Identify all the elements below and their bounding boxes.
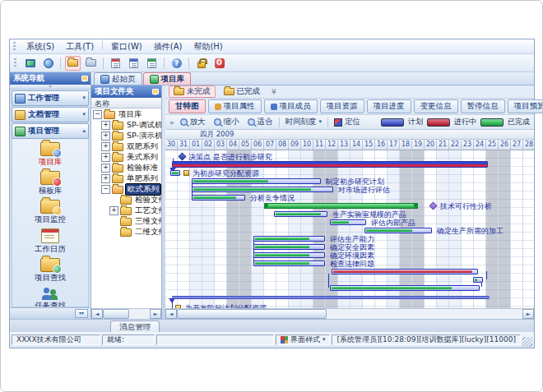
task-bar[interactable] (330, 219, 366, 225)
gantt-tab-甘特图[interactable]: 甘特图 (169, 99, 206, 113)
tree-expander-icon[interactable]: + (109, 206, 118, 215)
task-bar[interactable] (330, 285, 480, 291)
stop-icon-button[interactable]: O (211, 56, 227, 71)
gantt-tab-暂停信息[interactable]: 暂停信息 (461, 99, 505, 113)
task-bar[interactable] (473, 277, 483, 283)
tree-item-label: SP-调试机系 (125, 120, 161, 131)
filter-未完成[interactable]: 未完成 (169, 85, 216, 98)
tree-column-header[interactable]: 名称 (91, 98, 161, 108)
zoom-out-button[interactable]: 缩小 (211, 116, 242, 128)
pin-icon[interactable] (81, 76, 87, 82)
tree-item-检验标准[interactable]: +检验标准 (91, 163, 161, 173)
pin-icon[interactable] (151, 89, 158, 95)
locate-button[interactable]: 定位 (332, 116, 363, 128)
nav-overflow-button[interactable]: ▾▾ (75, 309, 88, 318)
gantt-chart-area[interactable]: 决策点 是否进行初步研究为初步研究分配资源制定初步研究计划对市场进行评估分析竞争… (165, 150, 534, 308)
tree-expander-icon[interactable]: + (101, 142, 110, 151)
tree-item-三维文件[interactable]: 三维文件 (91, 216, 161, 227)
nav-item-项目监控[interactable]: 项目监控 (35, 200, 66, 225)
scroll-thumb[interactable] (103, 309, 129, 319)
task-bar[interactable] (170, 170, 180, 176)
scroll-thumb[interactable] (177, 309, 327, 319)
tree-item-SP-调试机系[interactable]: +SP-调试机系 (91, 120, 161, 131)
summary-line-bar[interactable] (172, 296, 490, 299)
gantt-tab-项目预算[interactable]: 项目预算 (508, 99, 543, 113)
tree-expander-icon[interactable]: − (101, 185, 110, 194)
tree-item-二维文件[interactable]: 二维文件 (91, 227, 161, 238)
tab-message-management[interactable]: 消息管理 (110, 321, 160, 332)
menubar-grip[interactable] (13, 42, 16, 51)
tree-expander-icon[interactable]: + (101, 164, 110, 173)
nav-item-项目库[interactable]: 项目库 (39, 142, 63, 168)
display-icon-button[interactable] (22, 56, 38, 71)
tree-hscrollbar[interactable]: ◄ ► (91, 308, 161, 319)
tree-expander-icon[interactable]: + (101, 121, 110, 130)
nav-group-1[interactable]: 工作管理▾ (12, 90, 89, 106)
gantt-tab-项目资源[interactable]: 项目资源 (320, 99, 364, 113)
report-blue-icon-button[interactable] (126, 56, 142, 71)
tree-item-项目库[interactable]: −项目库 (91, 109, 161, 120)
summary-bar-inprogress[interactable] (172, 161, 488, 168)
nav-item-任务查找[interactable]: 任务查找 (35, 287, 66, 307)
task-bar[interactable] (253, 244, 325, 250)
menu-item-1[interactable]: 系统(S) (21, 40, 60, 53)
report-red-icon-button[interactable] (108, 56, 123, 71)
report-green-icon-button[interactable] (144, 56, 160, 71)
tab-项目库[interactable]: 项目库 (143, 72, 192, 85)
task-bar[interactable] (253, 236, 325, 242)
lock-icon-button[interactable] (193, 56, 209, 71)
tab-起始页[interactable]: 起始页 (94, 72, 142, 85)
scroll-right-icon[interactable]: ► (150, 309, 161, 319)
task-bar[interactable] (192, 195, 245, 201)
tree-item-美式系列[interactable]: +美式系列 (91, 152, 161, 163)
task-bar[interactable] (253, 261, 325, 266)
task-marker-icon[interactable] (175, 305, 181, 308)
folder-alt-icon-button[interactable] (83, 56, 99, 71)
task-bar[interactable] (332, 269, 478, 274)
help-icon-button[interactable]: ? (169, 56, 184, 71)
nav-item-项目查找[interactable]: 项目查找 (35, 258, 66, 284)
scroll-right-icon[interactable]: ► (522, 309, 534, 319)
tree-item-检验文件[interactable]: 检验文件 (91, 195, 161, 205)
menu-item-4[interactable]: 插件(A) (148, 40, 188, 53)
menu-item-3[interactable]: 窗口(W) (105, 40, 148, 53)
filter-extra-icon[interactable]: ¥ (272, 88, 276, 96)
task-bar[interactable] (364, 228, 432, 233)
ui-style-button[interactable]: 界面样式 ▾ (276, 334, 330, 345)
scroll-left-icon[interactable]: ◄ (91, 309, 103, 319)
tree-item-欧式系列[interactable]: −欧式系列 (91, 184, 161, 195)
gantt-tab-变更信息[interactable]: 变更信息 (414, 99, 458, 113)
tree-expander-icon[interactable]: + (101, 153, 110, 162)
open-folder-icon-button[interactable] (65, 56, 81, 71)
nav-group-2[interactable]: 文档管理▾ (12, 107, 89, 122)
globe-icon-button[interactable] (40, 56, 56, 71)
tree-item-工艺文件[interactable]: +工艺文件 (91, 205, 161, 216)
gantt-hscrollbar[interactable]: ◄ ► (165, 308, 534, 319)
nav-item-模板库[interactable]: 模板库 (39, 171, 63, 196)
tree-expander-icon[interactable]: + (101, 131, 110, 141)
filter-已完成[interactable]: 已完成 (219, 85, 266, 98)
nav-item-工作日历[interactable]: 工作日历 (35, 228, 66, 255)
menu-item-2[interactable]: 工具(T) (60, 40, 100, 53)
menu-item-5[interactable]: 帮助(H) (188, 40, 228, 53)
resize-grip-icon[interactable] (522, 337, 532, 347)
tree-expander-icon[interactable]: + (101, 174, 110, 183)
zoom-in-button[interactable]: 放大 (178, 116, 208, 128)
tree-item-SP-演示机系[interactable]: +SP-演示机系 (91, 131, 161, 141)
nav-group-3[interactable]: 项目管理▴ (12, 123, 89, 139)
gantt-tab-项目成员[interactable]: 项目成员 (264, 99, 318, 113)
timescale-button[interactable]: 时间刻度 ▾ (283, 116, 325, 128)
fit-button[interactable]: 适合 (245, 116, 276, 128)
tree-expander-icon[interactable]: − (93, 110, 102, 119)
tree-item-双肥系列[interactable]: +双肥系列 (91, 141, 161, 152)
summary-bar-complete[interactable] (264, 203, 418, 209)
task-bar[interactable] (192, 187, 333, 192)
scroll-left-icon[interactable]: ◄ (165, 309, 177, 319)
task-bar[interactable] (253, 252, 325, 258)
task-bar[interactable] (192, 178, 321, 184)
toolbar-grip[interactable] (14, 58, 16, 67)
toolbar-overflow-icon[interactable]: » (169, 118, 174, 127)
task-bar[interactable] (274, 211, 327, 217)
gantt-tab-项目属性[interactable]: 项目属性 (208, 99, 262, 113)
gantt-tab-项目进度[interactable]: 项目进度 (367, 99, 411, 113)
